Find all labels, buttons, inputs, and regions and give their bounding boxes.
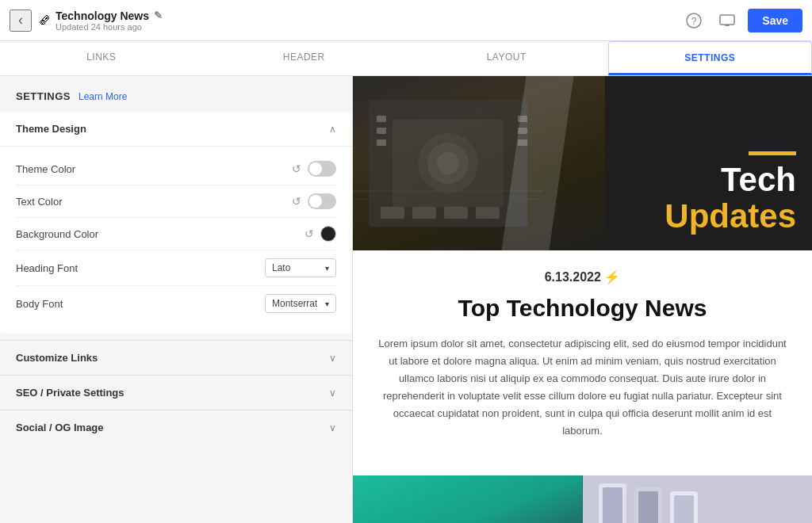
card-right-svg [583, 475, 813, 523]
social-og-title: Social / OG Image [16, 422, 104, 433]
circuit-svg [353, 76, 628, 250]
article-headline: Top Technology News [378, 294, 787, 323]
panel-title: SETTINGS [16, 90, 71, 102]
customize-links-header[interactable]: Customize Links ∨ [0, 341, 352, 375]
customize-links-chevron: ∨ [329, 353, 336, 364]
svg-rect-22 [353, 475, 583, 523]
theme-color-label: Theme Color [16, 163, 75, 175]
site-details: Technology News ✎ Updated 24 hours ago [56, 10, 163, 32]
body-font-row: Body Font Montserrat ▾ [16, 286, 336, 321]
body-font-controls: Montserrat ▾ [265, 294, 336, 313]
text-color-toggle[interactable] [308, 193, 336, 209]
body-font-select[interactable]: Montserrat ▾ [265, 294, 336, 313]
svg-rect-10 [377, 116, 386, 122]
top-bar-actions: ? Save [681, 8, 802, 33]
tab-links[interactable]: LINKS [0, 41, 203, 75]
svg-rect-19 [412, 207, 436, 219]
hero-accent-line [749, 151, 796, 155]
heading-font-controls: Lato ▾ [265, 258, 336, 277]
social-og-chevron: ∨ [329, 422, 336, 433]
seo-private-chevron: ∨ [329, 387, 336, 399]
site-title: Technology News ✎ [56, 10, 163, 22]
body-font-label: Body Font [16, 298, 63, 310]
card-left-svg [353, 475, 583, 523]
heading-font-value: Lato [272, 262, 290, 273]
site-updated: Updated 24 hours ago [56, 22, 163, 32]
svg-rect-27 [638, 491, 658, 523]
text-color-reset-icon[interactable]: ↺ [292, 195, 301, 208]
article-date: 6.13.2022 ⚡ [378, 269, 787, 284]
body-font-value: Montserrat [272, 298, 317, 309]
hero-section: Tech Updates [353, 76, 812, 250]
edit-icon[interactable]: ✎ [154, 10, 163, 21]
seo-private-title: SEO / Private Settings [16, 387, 124, 399]
theme-design-chevron: ∧ [329, 124, 336, 135]
text-color-label: Text Color [16, 196, 63, 208]
heading-font-row: Heading Font Lato ▾ [16, 250, 336, 286]
monitor-button[interactable] [714, 8, 740, 33]
svg-rect-2 [720, 15, 734, 25]
card-right [583, 475, 813, 523]
hero-circuit-bg [353, 76, 628, 250]
background-color-swatch[interactable] [320, 226, 336, 242]
theme-color-toggle[interactable] [308, 161, 336, 177]
preview-content: Tech Updates 6.13.2022 ⚡ Top Technology … [353, 76, 812, 523]
article-body: Lorem ipsum dolor sit amet, consectetur … [378, 335, 787, 441]
seo-private-header[interactable]: SEO / Private Settings ∨ [0, 376, 352, 410]
text-color-row: Text Color ↺ [16, 185, 336, 218]
hero-title-gold: Updates [621, 198, 796, 235]
text-color-controls: ↺ [292, 193, 336, 209]
background-color-controls: ↺ [304, 226, 336, 242]
background-color-label: Background Color [16, 228, 98, 240]
body-font-chevron: ▾ [325, 300, 329, 308]
heading-font-chevron: ▾ [325, 264, 329, 273]
site-info: 🗞 Technology News ✎ Updated 24 hours ago [38, 10, 681, 32]
seo-private-section: SEO / Private Settings ∨ [0, 375, 352, 410]
theme-color-reset-icon[interactable]: ↺ [292, 162, 301, 175]
learn-more-link[interactable]: Learn More [79, 91, 127, 102]
panel-header: SETTINGS Learn More [0, 76, 352, 112]
svg-rect-29 [674, 495, 694, 523]
background-color-row: Background Color ↺ [16, 218, 336, 250]
customize-links-title: Customize Links [16, 352, 98, 364]
svg-rect-20 [444, 207, 468, 219]
site-icon: 🗞 [38, 13, 51, 28]
hero-title-white: Tech [621, 162, 796, 198]
tab-settings[interactable]: SETTINGS [608, 41, 813, 75]
theme-design-body: Theme Color ↺ Text Color [0, 147, 352, 334]
monitor-icon [719, 14, 735, 27]
help-button[interactable]: ? [681, 8, 707, 33]
back-button[interactable]: ‹ [10, 10, 32, 32]
theme-color-controls: ↺ [292, 161, 336, 177]
svg-rect-18 [381, 207, 404, 219]
theme-design-header[interactable]: Theme Design ∧ [0, 112, 352, 147]
svg-rect-25 [603, 487, 622, 523]
svg-rect-12 [377, 139, 386, 146]
hero-overlay: Tech Updates [605, 76, 812, 250]
svg-point-9 [437, 152, 459, 174]
theme-design-section: Theme Design ∧ Theme Color ↺ [0, 112, 352, 334]
svg-rect-21 [476, 207, 500, 219]
background-color-reset-icon[interactable]: ↺ [304, 227, 314, 240]
social-og-header[interactable]: Social / OG Image ∨ [0, 410, 352, 445]
social-og-section: Social / OG Image ∨ [0, 410, 352, 445]
theme-design-title: Theme Design [16, 123, 86, 135]
card-left: Oracle Autonomous [353, 475, 583, 523]
svg-text:?: ? [691, 16, 697, 27]
tab-header[interactable]: HEADER [203, 41, 406, 75]
help-icon: ? [686, 13, 702, 29]
tab-layout[interactable]: LAYOUT [405, 41, 608, 75]
heading-font-select[interactable]: Lato ▾ [265, 258, 336, 277]
theme-color-row: Theme Color ↺ [16, 153, 336, 185]
main-content: SETTINGS Learn More Theme Design ∧ Theme… [0, 76, 812, 523]
heading-font-label: Heading Font [16, 262, 78, 274]
top-bar: ‹ 🗞 Technology News ✎ Updated 24 hours a… [0, 0, 812, 41]
customize-links-section: Customize Links ∨ [0, 340, 352, 375]
cards-row: Oracle Autonomous [353, 475, 812, 523]
svg-rect-11 [377, 128, 386, 134]
left-panel: SETTINGS Learn More Theme Design ∧ Theme… [0, 76, 353, 523]
save-button[interactable]: Save [748, 9, 802, 32]
article-section: 6.13.2022 ⚡ Top Technology News Lorem ip… [353, 250, 812, 475]
right-panel: Tech Updates 6.13.2022 ⚡ Top Technology … [353, 76, 812, 523]
nav-tabs: LINKS HEADER LAYOUT SETTINGS [0, 41, 812, 76]
